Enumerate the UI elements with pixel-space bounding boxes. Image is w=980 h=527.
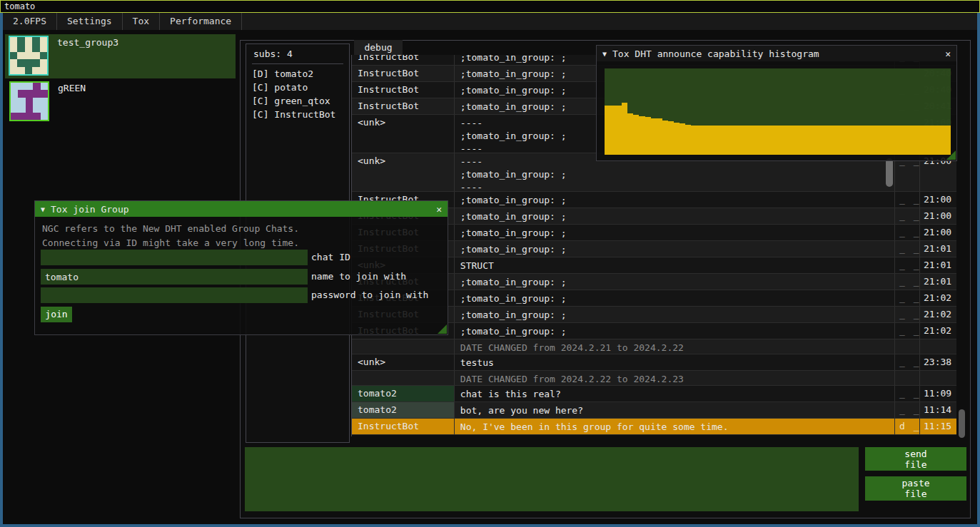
delivery-flags (894, 371, 919, 385)
join-group-titlebar[interactable]: ▼ Tox join Group ✕ (35, 201, 448, 217)
members-list: [D] tomato2[C] potato[C] green_qtox[C] I… (246, 67, 349, 121)
avatar-pixel (25, 59, 32, 66)
avatar-pixel (10, 37, 17, 44)
delivery-flags: _ _ (894, 225, 919, 240)
chat-id-input[interactable] (41, 250, 308, 265)
send-file-button[interactable]: send file (865, 447, 966, 471)
join-password-input[interactable] (41, 287, 308, 303)
date-changed-row[interactable]: DATE CHANGED from 2024.2.22 to 2024.2.23 (352, 371, 956, 386)
avatar-pixel (32, 59, 39, 66)
histogram-bar (714, 126, 719, 155)
histogram-bar (720, 126, 726, 155)
join-group-window-title: Tox join Group (51, 204, 436, 215)
menu-performance[interactable]: Performance (160, 13, 242, 30)
join-password-label: password to join with (311, 287, 428, 303)
collapse-arrow-icon[interactable]: ▼ (602, 50, 607, 58)
avatar-pixel (32, 52, 39, 59)
message-text: DATE CHANGED from 2024.2.22 to 2024.2.23 (454, 371, 894, 385)
resize-grip[interactable] (438, 324, 447, 334)
paste-file-button[interactable]: paste file (865, 476, 966, 501)
close-icon[interactable]: ✕ (945, 48, 951, 59)
delivery-flags: _ _ (894, 323, 919, 339)
join-button[interactable]: join (41, 307, 72, 322)
member-list-item[interactable]: [C] green_qtox (246, 94, 349, 108)
avatar-pixel (40, 59, 47, 66)
delivery-flags: _ _ (894, 257, 919, 273)
avatar-pixel (32, 37, 39, 44)
sender-name: <unk> (352, 354, 454, 370)
histogram-bar (933, 126, 939, 155)
sender-name: InstructBot (352, 419, 454, 434)
menu-tox[interactable]: Tox (123, 13, 160, 30)
chat-message-row[interactable]: InstructBotNo, I've been in this group f… (352, 419, 956, 435)
histogram-bar (882, 126, 887, 155)
avatar-pixel (26, 90, 33, 97)
avatar-pixel (41, 113, 48, 120)
message-input[interactable] (245, 447, 859, 511)
window-titlebar[interactable]: tomato (0, 0, 980, 13)
sidebar-item-green[interactable]: gREEN (5, 80, 236, 123)
member-list-item[interactable]: [D] tomato2 (246, 67, 349, 81)
window-border-bottom (0, 524, 980, 527)
group-name: gREEN (58, 80, 86, 123)
histogram-bar (605, 106, 610, 155)
member-list-item[interactable]: [C] potato (246, 81, 349, 94)
avatar-pixel (40, 52, 47, 59)
resize-grip[interactable] (946, 150, 956, 160)
collapse-arrow-icon[interactable]: ▼ (41, 205, 45, 213)
histogram-bar (927, 126, 933, 155)
histogram-bar (743, 126, 749, 155)
menu-settings[interactable]: Settings (57, 13, 123, 30)
member-list-item[interactable]: [C] InstructBot (246, 108, 349, 121)
message-text: ;tomato_in_group: ; (454, 208, 894, 224)
dht-capability-histogram-plot (605, 68, 951, 155)
sender-name: InstructBot (352, 82, 454, 98)
chat-message-row[interactable]: tomato2chat is this real?_ _11:09 (352, 386, 956, 402)
dht-histogram-titlebar[interactable]: ▼ Tox DHT announce capability histogram … (597, 46, 956, 61)
send-file-label-line1: send (865, 449, 966, 459)
message-timestamp: 23:38 (919, 354, 956, 370)
histogram-bar (691, 126, 697, 155)
message-timestamp: 21:00 (919, 192, 956, 208)
chat-id-label: chat ID (311, 250, 350, 265)
avatar-pixel (41, 83, 48, 90)
histogram-bar (668, 121, 674, 155)
message-text: bot, are you new here? (454, 402, 894, 418)
histogram-bar (622, 103, 627, 155)
histogram-bar (766, 126, 772, 155)
inner-scrollbar-handle[interactable] (886, 158, 893, 187)
histogram-bar (783, 126, 789, 155)
date-changed-row[interactable]: DATE CHANGED from 2024.2.21 to 2024.2.22 (352, 339, 956, 354)
avatar-pixel (11, 105, 18, 112)
histogram-bar (645, 117, 651, 155)
histogram-bar (639, 116, 645, 155)
avatar-pixel (10, 52, 17, 59)
avatar-pixel (18, 98, 25, 105)
message-timestamp: 11:14 (919, 402, 956, 418)
join-name-input[interactable] (41, 269, 308, 285)
avatar-pixel (32, 67, 39, 74)
histogram-bar (737, 126, 743, 155)
avatar-pixel (17, 59, 24, 66)
histogram-bar (910, 126, 916, 155)
avatar-pixel (18, 105, 25, 112)
chat-scrollbar-handle[interactable] (959, 409, 965, 438)
message-text: ;tomato_in_group: ; (454, 290, 894, 306)
chat-message-row[interactable]: <unk>testus_ _23:38 (352, 354, 956, 371)
delivery-flags: _ _ (894, 402, 919, 418)
window-border-right (977, 13, 980, 524)
message-timestamp: 11:09 (919, 386, 956, 401)
message-text: DATE CHANGED from 2024.2.21 to 2024.2.22 (454, 339, 894, 354)
sidebar-item-test-group3[interactable]: test_group3 (5, 34, 236, 78)
avatar-pixel (41, 90, 48, 97)
close-icon[interactable]: ✕ (436, 204, 442, 215)
histogram-bar (921, 126, 927, 155)
chat-message-row[interactable]: tomato2bot, are you new here?_ _11:14 (352, 402, 956, 419)
histogram-bar (772, 126, 777, 155)
paste-file-label-line2: file (865, 488, 966, 499)
message-timestamp: 21:00 (919, 208, 956, 224)
sender-name: InstructBot (352, 66, 454, 81)
avatar-pixel (40, 67, 47, 74)
tab-debug[interactable]: debug (354, 40, 403, 55)
histogram-bar (680, 123, 685, 155)
